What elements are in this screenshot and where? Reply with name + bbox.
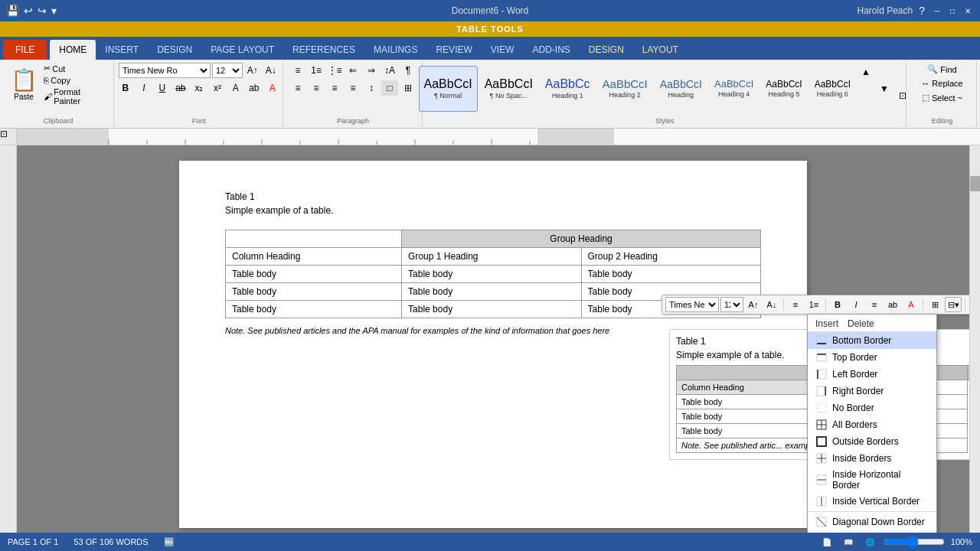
tab-mailings[interactable]: MAILINGS (364, 40, 426, 60)
minimize-btn[interactable]: ─ (931, 5, 943, 17)
border-item-top[interactable]: Top Border (808, 349, 936, 366)
replace-button[interactable]: ↔ Replace (918, 77, 965, 90)
tab-home[interactable]: HOME (50, 40, 96, 60)
border-item-inside-h[interactable]: Inside Horizontal Border (808, 467, 936, 493)
ft-color-btn[interactable]: A (903, 297, 920, 312)
web-view-btn[interactable]: 🌐 (862, 536, 877, 548)
ruler-corner[interactable]: ⊡ (0, 129, 17, 145)
styles-scroll-up[interactable]: ▲ (858, 64, 874, 80)
format-painter-button[interactable]: 🖌 Format Painter (41, 86, 109, 106)
ft-borders-btn[interactable]: ⊟▾ (945, 297, 962, 312)
tab-references[interactable]: REFERENCES (283, 40, 364, 60)
border-item-diag-down[interactable]: Diagonal Down Border (808, 514, 936, 530)
tab-file[interactable]: FILE (3, 40, 47, 60)
tab-table-design[interactable]: DESIGN (580, 40, 633, 60)
increase-indent-btn[interactable]: ⇒ (363, 63, 380, 78)
multilevel-btn[interactable]: ⋮≡ (326, 63, 343, 78)
ft-shrink-btn[interactable]: A↓ (763, 297, 780, 312)
ft-highlight-btn[interactable]: ab (884, 297, 901, 312)
style-heading5[interactable]: AaBbCcI Heading 5 (760, 66, 807, 112)
border-item-inside-v[interactable]: Inside Vertical Border (808, 493, 936, 510)
redo-icon[interactable]: ↪ (38, 5, 47, 17)
border-item-diag-up[interactable]: Diagonal Up Border (808, 530, 936, 533)
line-spacing-btn[interactable]: ↕ (363, 80, 380, 96)
paste-button[interactable]: 📋 Paste (8, 63, 40, 106)
close-btn[interactable]: ✕ (962, 5, 974, 17)
ft-bullet-btn[interactable]: ≡ (787, 297, 804, 312)
border-item-inside[interactable]: Inside Borders (808, 450, 936, 467)
select-button[interactable]: ⬚ Select ~ (919, 91, 965, 104)
show-hide-btn[interactable]: ¶ (400, 63, 416, 78)
ft-number-btn[interactable]: 1≡ (805, 297, 822, 312)
tab-add-ins[interactable]: ADD-INS (523, 40, 579, 60)
ft-size-select[interactable]: 12 (720, 297, 743, 312)
save-icon[interactable]: 💾 (6, 5, 19, 17)
ft-bold-btn[interactable]: B (829, 297, 846, 312)
underline-button[interactable]: U (154, 80, 171, 96)
style-no-spacing[interactable]: AaBbCcI ¶ No Spac... (479, 66, 538, 112)
tab-page-layout[interactable]: PAGE LAYOUT (201, 40, 283, 60)
sort-btn[interactable]: ↕A (381, 63, 398, 78)
scrollbar-thumb[interactable] (970, 176, 981, 191)
border-item-right[interactable]: Right Border (808, 383, 936, 399)
maximize-btn[interactable]: □ (946, 5, 959, 17)
font-name-select[interactable]: Times New Ro (119, 63, 211, 78)
bullets-btn[interactable]: ≡ (289, 63, 306, 78)
quick-access[interactable]: 💾 ↩ ↪ ▾ (6, 5, 57, 17)
ft-italic-btn[interactable]: I (848, 297, 864, 312)
style-heading3[interactable]: AaBbCcI Heading (655, 66, 707, 112)
numbering-btn[interactable]: 1≡ (308, 63, 325, 78)
customize-icon[interactable]: ▾ (51, 5, 57, 17)
find-button[interactable]: 🔍 Find (924, 63, 959, 76)
italic-button[interactable]: I (136, 80, 152, 96)
ft-table-btn[interactable]: ⊞ (926, 297, 943, 312)
tab-insert[interactable]: INSERT (96, 40, 148, 60)
highlight-btn[interactable]: ab (246, 80, 263, 96)
tab-review[interactable]: REVIEW (426, 40, 481, 60)
subscript-btn[interactable]: x₂ (191, 80, 207, 96)
style-heading2[interactable]: AaBbCcI Heading 2 (597, 66, 653, 112)
strikethrough-btn[interactable]: ab (172, 80, 189, 96)
font-color-btn[interactable]: A (264, 80, 281, 96)
bold-button[interactable]: B (117, 80, 134, 96)
undo-icon[interactable]: ↩ (24, 5, 33, 17)
style-heading6[interactable]: AaBbCcI Heading 6 (809, 66, 856, 112)
language-icon[interactable]: 🔤 (164, 537, 175, 547)
increase-font-btn[interactable]: A↑ (244, 63, 261, 78)
style-normal[interactable]: AaBbCcI ¶ Normal (419, 66, 478, 112)
superscript-btn[interactable]: x² (209, 80, 226, 96)
read-view-btn[interactable]: 📖 (841, 536, 856, 548)
style-heading1[interactable]: AaBbCc Heading 1 (540, 66, 596, 112)
borders-btn[interactable]: ⊞ (400, 80, 416, 96)
ft-insert-label[interactable]: Insert (969, 299, 969, 310)
shading-btn[interactable]: □ (381, 80, 398, 96)
border-item-bottom[interactable]: Bottom Border (808, 332, 936, 349)
align-right-btn[interactable]: ≡ (326, 80, 343, 96)
border-item-left[interactable]: Left Border (808, 366, 936, 383)
border-insert-btn[interactable]: Insert (815, 318, 838, 329)
border-item-no[interactable]: No Border (808, 399, 936, 416)
ft-align-btn[interactable]: ≡ (866, 297, 883, 312)
text-effects-btn[interactable]: A (227, 80, 244, 96)
decrease-indent-btn[interactable]: ⇐ (345, 63, 361, 78)
style-heading4[interactable]: AaBbCcI Heading 4 (709, 66, 759, 112)
window-controls[interactable]: ─ □ ✕ (931, 5, 974, 17)
zoom-slider[interactable] (884, 536, 945, 548)
align-left-btn[interactable]: ≡ (289, 80, 306, 96)
tab-table-layout[interactable]: LAYOUT (633, 40, 688, 60)
ft-font-select[interactable]: Times Ne (665, 297, 719, 312)
cut-button[interactable]: ✂ Cut (41, 63, 109, 74)
font-size-select[interactable]: 12 (212, 63, 243, 78)
ft-grow-btn[interactable]: A↑ (745, 297, 762, 312)
align-center-btn[interactable]: ≡ (308, 80, 325, 96)
doc-area[interactable]: Table 1 Simple example of a table. Group… (17, 145, 969, 533)
border-item-all[interactable]: All Borders (808, 416, 936, 433)
border-item-outside[interactable]: Outside Borders (808, 433, 936, 450)
border-delete-btn[interactable]: Delete (848, 318, 874, 329)
decrease-font-btn[interactable]: A↓ (263, 63, 279, 78)
help-icon[interactable]: ? (919, 5, 925, 17)
justify-btn[interactable]: ≡ (345, 80, 361, 96)
right-scrollbar[interactable] (969, 145, 980, 533)
print-view-btn[interactable]: 📄 (819, 536, 835, 548)
tab-view[interactable]: VIEW (482, 40, 524, 60)
